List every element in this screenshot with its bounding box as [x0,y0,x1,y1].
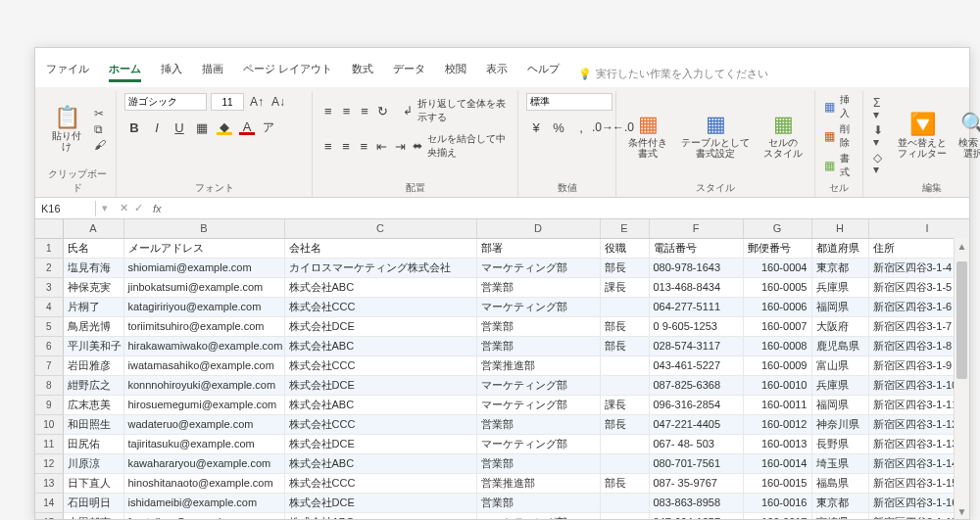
cell[interactable]: 役職 [600,238,649,258]
tab-review[interactable]: 校閲 [442,58,469,87]
cell[interactable]: 株式会社CCC [284,297,476,316]
tab-home[interactable]: ホーム [106,58,144,87]
cell[interactable]: 160-0017 [743,512,811,519]
cell[interactable]: 東京都 [811,493,868,512]
select-all-corner[interactable] [35,219,63,238]
cell[interactable]: 株式会社CCC [284,355,476,375]
cell[interactable]: 部長 [600,258,649,277]
cell[interactable]: マーケティング部 [476,375,600,395]
cell[interactable] [600,355,649,375]
row-header[interactable]: 14 [35,493,63,512]
cell[interactable]: マーケティング部 [476,434,600,453]
row-header[interactable]: 12 [35,453,63,473]
col-header-H[interactable]: H [811,219,868,238]
tab-file[interactable]: ファイル [43,58,92,87]
increase-font-icon[interactable]: A↑ [248,93,266,111]
cell[interactable]: 兵庫県 [811,375,868,395]
cell[interactable]: hinoshitanaoto@example.com [123,473,284,493]
cell[interactable]: 和田照生 [63,414,123,434]
cell[interactable]: 080-978-1643 [649,258,743,277]
tab-help[interactable]: ヘルプ [524,58,563,87]
cell-styles-button[interactable]: ▦ セルの スタイル [760,112,807,161]
increase-indent-icon[interactable]: ⇥ [392,137,407,155]
cell[interactable]: 鳥居光博 [63,316,123,336]
tab-insert[interactable]: 挿入 [158,58,185,87]
decrease-indent-icon[interactable]: ⇤ [374,137,389,155]
col-header-B[interactable]: B [123,219,284,238]
cell[interactable]: 日下直人 [63,473,123,493]
vertical-scrollbar[interactable]: ▲ ▼ [954,238,969,519]
conditional-format-button[interactable]: ▦ 条件付き 書式 [624,112,671,161]
align-middle-icon[interactable]: ≡ [339,102,355,119]
col-header-G[interactable]: G [743,219,811,238]
fill-button[interactable]: ⬇ ▾ [871,123,891,149]
cell[interactable]: 013-468-8434 [649,277,743,297]
cell[interactable]: 部長 [600,336,649,355]
row-header[interactable]: 10 [35,414,63,434]
row-header[interactable]: 13 [35,473,63,493]
cell[interactable]: furutaikue@example.com [123,512,284,519]
cell[interactable]: 福岡県 [811,297,868,316]
cell[interactable]: 株式会社ABC [284,336,476,355]
cell[interactable]: マーケティング部 [476,258,600,277]
col-header-I[interactable]: I [868,219,969,238]
align-bottom-icon[interactable]: ≡ [357,102,372,119]
font-size-select[interactable] [211,93,244,111]
scroll-up-icon[interactable]: ▲ [955,238,969,254]
cell[interactable]: 兵庫県 [811,277,868,297]
cell[interactable]: 160-0007 [743,316,811,336]
cell[interactable]: hirosuemegumi@example.com [123,395,284,414]
cell[interactable]: iwatamasahiko@example.com [123,355,284,375]
cell[interactable]: 株式会社ABC [284,395,476,414]
cell[interactable]: 営業部 [476,414,600,434]
cell[interactable]: 課長 [600,277,649,297]
cell[interactable] [600,297,649,316]
cell[interactable]: 営業部 [476,453,600,473]
cell[interactable]: 160-0016 [743,493,811,512]
cell[interactable]: 株式会社CCC [284,414,476,434]
cell[interactable]: 営業推進部 [476,473,600,493]
grid-area[interactable]: A B C D E F G H I J 1 氏名 メールアドレス 会社名 部署 … [35,219,969,519]
format-as-table-button[interactable]: ▦ テーブルとして 書式設定 [677,112,754,161]
cell[interactable]: メールアドレス [123,238,284,258]
cell[interactable]: 会社名 [284,238,476,258]
row-header[interactable]: 9 [35,395,63,414]
cell[interactable] [600,453,649,473]
cell[interactable]: 株式会社ABC [284,512,476,519]
paste-button[interactable]: 📋 貼り付け [47,105,86,154]
cell[interactable] [600,512,649,519]
border-button[interactable]: ▦ [192,118,212,136]
cell[interactable]: 石田明日 [63,493,123,512]
col-header-D[interactable]: D [476,219,600,238]
formula-input[interactable] [166,201,969,216]
cell[interactable] [600,434,649,453]
tab-view[interactable]: 表示 [483,58,511,87]
cell[interactable]: 087-825-6368 [649,375,743,395]
percent-button[interactable]: % [549,118,568,136]
orientation-button[interactable]: ↻ [375,102,391,119]
format-cells-button[interactable]: 書式 [840,152,855,179]
name-box-chevron-icon[interactable]: ▾ [96,202,114,214]
cell[interactable]: 028-574-3117 [649,336,743,355]
cell[interactable]: 160-0009 [743,355,811,375]
align-right-icon[interactable]: ≡ [357,137,371,155]
cell[interactable]: 東京都 [811,258,868,277]
cell[interactable]: 課長 [600,395,649,414]
cell[interactable] [600,493,649,512]
cell[interactable]: kawahararyou@example.com [123,453,284,473]
cell[interactable]: 株式会社DCE [284,493,476,512]
cell[interactable]: 古田郁恵 [63,512,123,519]
cell[interactable]: 神奈川県 [811,414,868,434]
cell[interactable]: 160-0005 [743,277,811,297]
col-header-A[interactable]: A [63,219,123,238]
cell[interactable] [600,375,649,395]
format-painter-button[interactable]: 🖌 [92,138,108,152]
cell[interactable]: 160-0010 [743,375,811,395]
cell[interactable]: 広末恵美 [63,395,123,414]
cell[interactable]: katagiririyou@example.com [123,297,284,316]
cell[interactable]: 鹿児島県 [811,336,868,355]
row-header[interactable]: 8 [35,375,63,395]
cancel-formula-icon[interactable]: ✕ [120,202,128,214]
cell[interactable]: toriimitsuhiro@example.com [123,316,284,336]
wrap-text-button[interactable]: 折り返して全体を表示する [417,97,510,124]
